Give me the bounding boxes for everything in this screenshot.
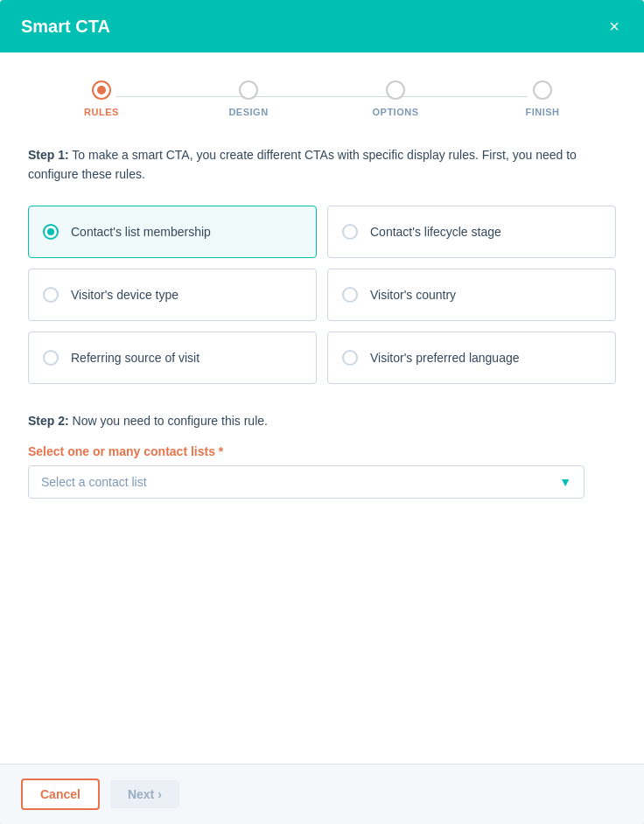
modal-header: Smart CTA × (0, 0, 644, 52)
step2-text: Now you need to configure this rule. (69, 414, 268, 428)
option-list-membership[interactable]: Contact's list membership (28, 206, 317, 258)
option-label-device-type: Visitor's device type (71, 288, 178, 302)
contact-list-dropdown[interactable]: Select a contact list ▼ (28, 465, 584, 499)
step-label-rules: RULES (84, 107, 119, 117)
step-design: DESIGN (175, 80, 322, 117)
option-grid: Contact's list membership Contact's life… (28, 206, 616, 384)
step1-text: To make a smart CTA, you create differen… (28, 148, 577, 181)
stepper: RULES DESIGN OPTIONS FINISH (28, 80, 616, 117)
field-label-text: Select one or many contact lists (28, 444, 215, 458)
smart-cta-modal: Smart CTA × RULES DESIGN OPTIONS FINISH (0, 0, 644, 824)
cancel-button[interactable]: Cancel (21, 779, 100, 810)
option-preferred-language[interactable]: Visitor's preferred language (327, 332, 616, 384)
modal-title: Smart CTA (21, 17, 110, 37)
step-finish: FINISH (469, 80, 616, 117)
option-label-lifecycle-stage: Contact's lifecycle stage (370, 225, 501, 239)
step2-bold: Step 2: (28, 414, 69, 428)
step-rules: RULES (28, 80, 175, 117)
step-circle-finish (533, 80, 552, 100)
radio-device-type (43, 287, 59, 303)
option-label-country: Visitor's country (370, 288, 456, 302)
required-marker: * (215, 444, 223, 458)
step1-description: Step 1: To make a smart CTA, you create … (28, 145, 616, 185)
option-label-preferred-language: Visitor's preferred language (370, 351, 520, 365)
dropdown-arrow-icon: ▼ (559, 475, 571, 489)
step-circle-rules (92, 80, 111, 100)
radio-preferred-language (342, 350, 358, 366)
radio-lifecycle-stage (342, 224, 358, 240)
option-referring-source[interactable]: Referring source of visit (28, 332, 317, 384)
step-circle-options (386, 80, 405, 100)
next-button[interactable]: Next › (110, 780, 179, 808)
step-options: OPTIONS (322, 80, 469, 117)
dropdown-placeholder: Select a contact list (41, 475, 147, 489)
option-device-type[interactable]: Visitor's device type (28, 269, 317, 321)
close-button[interactable]: × (606, 14, 623, 38)
radio-country (342, 287, 358, 303)
step-label-design: DESIGN (228, 107, 268, 117)
option-lifecycle-stage[interactable]: Contact's lifecycle stage (327, 206, 616, 258)
modal-body: RULES DESIGN OPTIONS FINISH Step 1: To m… (0, 52, 644, 764)
radio-list-membership (43, 224, 59, 240)
step-circle-design (239, 80, 258, 100)
modal-footer: Cancel Next › (0, 764, 644, 824)
step1-bold: Step 1: (28, 148, 69, 162)
option-label-list-membership: Contact's list membership (71, 225, 211, 239)
option-country[interactable]: Visitor's country (327, 269, 616, 321)
contact-list-field-label: Select one or many contact lists * (28, 444, 616, 458)
step-label-finish: FINISH (525, 107, 559, 117)
step2-description: Step 2: Now you need to configure this r… (28, 412, 616, 430)
option-label-referring-source: Referring source of visit (71, 351, 200, 365)
step-label-options: OPTIONS (372, 107, 418, 117)
radio-referring-source (43, 350, 59, 366)
